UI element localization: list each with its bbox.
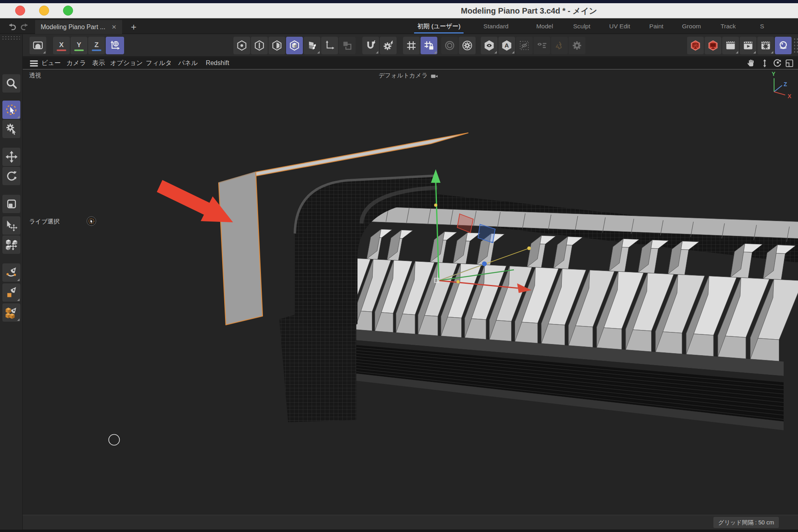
scale-tool-button[interactable] [2, 195, 20, 213]
points-mode-button[interactable] [233, 37, 250, 54]
document-tab-label: Modeling Piano Part ... [41, 24, 105, 31]
viewport-canvas[interactable]: YZX [23, 69, 798, 515]
model-mode-button[interactable] [286, 37, 303, 54]
maximize-panel-icon [784, 58, 795, 68]
snap-settings-button[interactable] [380, 37, 397, 54]
object-axis-mode-button[interactable] [321, 37, 338, 54]
enable-snap-button[interactable] [362, 37, 379, 54]
viewport-solo-button[interactable] [481, 37, 498, 54]
menu-view[interactable]: ビュー [41, 57, 61, 69]
layout-item-standard[interactable]: Standard [484, 19, 509, 34]
layout-item-paint[interactable]: Paint [649, 19, 663, 34]
redshift-renderview-button[interactable]: RV [687, 37, 704, 54]
lock-z-axis-button[interactable]: Z [88, 37, 105, 54]
document-tab[interactable]: Modeling Piano Part ... ✕ [35, 20, 122, 34]
layout-item-partial[interactable]: S [760, 19, 764, 34]
render-settings-button[interactable] [757, 37, 774, 54]
spline-pen-tool-button[interactable] [2, 263, 20, 282]
live-selection-tool-button[interactable] [2, 101, 20, 119]
menu-options[interactable]: オプション [110, 57, 143, 69]
select-move-tool-button[interactable] [2, 216, 20, 235]
camera-label[interactable]: デフォルトカメラ [379, 72, 438, 79]
grid-spacing-readout: グリッド間隔 : 50 cm [713, 517, 779, 528]
snap-magnet-icon [365, 40, 377, 51]
lock-y-axis-button[interactable]: Y [71, 37, 87, 54]
edges-mode-button[interactable] [251, 37, 268, 54]
recycle-icon [553, 40, 565, 51]
workplane-mode-button[interactable] [339, 37, 356, 54]
model-mode-icon [288, 40, 300, 51]
arrange-objects-tool-button[interactable] [2, 235, 20, 254]
render-active-view-button[interactable] [705, 37, 721, 54]
hidden-eye-icon [518, 40, 530, 51]
close-window-button[interactable] [15, 6, 25, 16]
jump-to-main-button[interactable] [30, 37, 46, 54]
move-arrows-icon [5, 150, 18, 163]
auto-solo-button[interactable]: A [498, 37, 515, 54]
coordinate-system-button[interactable] [106, 37, 124, 54]
window-titlebar: Modeling Piano Part 3.c4d * - メイン [0, 0, 798, 18]
find-tool-button[interactable] [2, 74, 20, 93]
lock-x-axis-button[interactable]: X [53, 37, 70, 54]
menu-display[interactable]: 表示 [92, 57, 105, 69]
hamburger-icon [26, 58, 41, 69]
toolbar-end-handle[interactable] [793, 38, 798, 54]
clapperboard-gear-icon [760, 40, 772, 51]
rotate-tool-button[interactable] [2, 167, 20, 185]
zoom-window-button[interactable] [63, 6, 73, 16]
projection-label[interactable]: 透視 [29, 72, 41, 79]
layout-item-model[interactable]: Model [536, 19, 553, 34]
viewport-menu-button[interactable] [26, 58, 41, 69]
pan-view-button[interactable] [745, 58, 757, 69]
texture-mode-button[interactable] [304, 37, 320, 54]
magic-solo-button[interactable] [775, 37, 792, 54]
layout-item-startup[interactable]: 初期 (ユーザー) [417, 19, 460, 34]
clapperboard-play-icon [742, 40, 754, 51]
move-tool-button[interactable] [2, 148, 20, 166]
dolly-view-button[interactable] [759, 58, 770, 69]
spline-square-icon [5, 286, 18, 299]
axis-orientation-widget: YZX [772, 71, 792, 99]
menu-camera[interactable]: カメラ [66, 57, 86, 69]
tweak-tool-button[interactable] [2, 120, 20, 138]
svg-text:A: A [505, 42, 509, 49]
cache-settings-button[interactable] [569, 37, 585, 54]
status-bar: グリッド間隔 : 50 cm [23, 515, 798, 529]
quantize-grid-icon [405, 40, 417, 51]
add-tab-button[interactable]: + [127, 20, 140, 34]
falloff-button[interactable] [441, 37, 458, 54]
cache-button[interactable] [551, 37, 568, 54]
visibility-list-button[interactable] [533, 37, 550, 54]
polygons-mode-button[interactable] [269, 37, 285, 54]
workplane-lock-button[interactable] [421, 37, 437, 54]
quantize-button[interactable] [403, 37, 420, 54]
eye-list-icon [536, 40, 548, 51]
svg-text:RV: RV [693, 43, 698, 47]
orbit-view-button[interactable] [771, 58, 782, 69]
layout-item-sculpt[interactable]: Sculpt [573, 19, 590, 34]
hide-selected-button[interactable] [516, 37, 533, 54]
layout-item-track[interactable]: Track [721, 19, 736, 34]
menu-redshift[interactable]: Redshift [206, 57, 229, 69]
primitive-pen-tool-button[interactable] [2, 303, 20, 322]
palette-drag-handle[interactable] [2, 36, 20, 40]
solo-eye-icon [483, 40, 495, 51]
close-tab-icon[interactable]: ✕ [111, 24, 117, 31]
texture-mode-icon [306, 40, 318, 51]
spline-primitive-tool-button[interactable] [2, 283, 20, 302]
search-icon [5, 77, 18, 90]
hand-icon [745, 58, 757, 68]
falloff-settings-button[interactable] [459, 37, 476, 54]
layout-item-uvedit[interactable]: UV Edit [609, 19, 630, 34]
render-view-button[interactable] [722, 37, 739, 54]
toggle-panel-button[interactable] [784, 58, 795, 69]
redo-button[interactable] [18, 20, 31, 32]
menu-filter[interactable]: フィルタ [146, 57, 172, 69]
tool-hint-badge[interactable] [87, 216, 96, 226]
concentric-circles-icon [444, 40, 456, 51]
menu-panel[interactable]: パネル [178, 57, 198, 69]
layout-item-groom[interactable]: Groom [682, 19, 701, 34]
minimize-window-button[interactable] [39, 6, 49, 16]
render-picture-viewer-button[interactable] [740, 37, 757, 54]
undo-button[interactable] [6, 20, 18, 32]
